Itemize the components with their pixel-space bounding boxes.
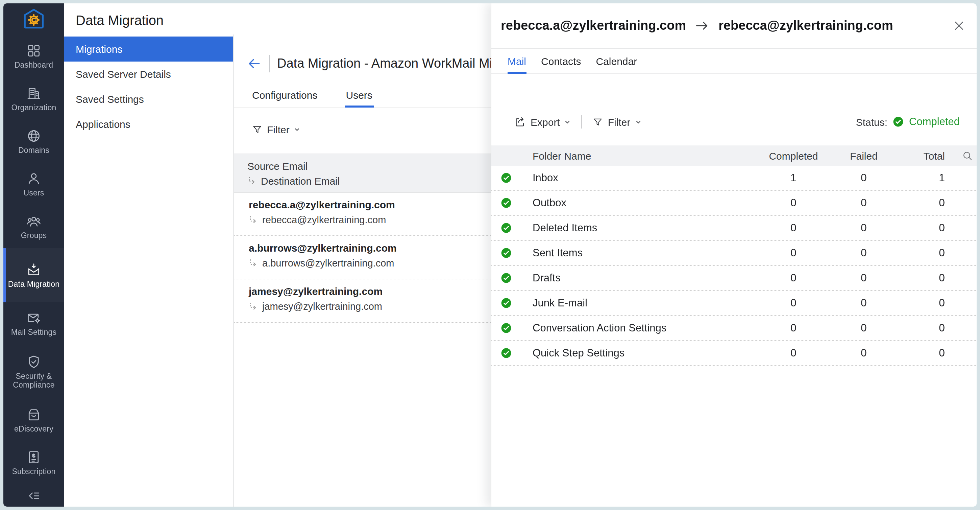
failed-count: 0 bbox=[829, 197, 899, 209]
folder-success-icon bbox=[501, 172, 514, 183]
folder-success-icon bbox=[501, 273, 514, 284]
user-migration-row[interactable]: jamesy@zylkertraining.com jamesy@zylkert… bbox=[234, 279, 491, 323]
tab-mail[interactable]: Mail bbox=[508, 49, 526, 73]
total-count: 0 bbox=[899, 222, 953, 234]
folder-search-button[interactable] bbox=[953, 150, 973, 161]
sidebar-item-domains[interactable]: Domains bbox=[3, 120, 64, 163]
overlay-title-destination: rebecca@zylkertraining.com bbox=[718, 18, 893, 33]
back-button[interactable] bbox=[247, 56, 262, 71]
sidebar-item-label: Subscription bbox=[10, 467, 58, 476]
chevron-down-icon bbox=[294, 126, 301, 132]
source-email: a.burrows@zylkertraining.com bbox=[249, 242, 491, 253]
collapse-menu-icon bbox=[26, 488, 41, 503]
nav-item-saved-settings[interactable]: Saved Settings bbox=[64, 86, 233, 112]
sidebar-item-dashboard[interactable]: Dashboard bbox=[3, 35, 64, 78]
tab-users[interactable]: Users bbox=[346, 83, 372, 107]
export-label: Export bbox=[531, 116, 560, 128]
sidebar-item-mail-settings[interactable]: Mail Settings bbox=[3, 302, 64, 345]
sidebar-item-label: Data Migration bbox=[6, 280, 62, 288]
folder-row: Outbox 0 0 0 bbox=[492, 191, 977, 216]
filter-funnel-icon bbox=[252, 124, 262, 135]
sidebar-item-ediscovery[interactable]: eDiscovery bbox=[3, 399, 64, 442]
sidebar-item-label: Users bbox=[21, 189, 46, 198]
sidebar-collapse-button[interactable] bbox=[3, 484, 64, 507]
arrow-right-icon bbox=[695, 19, 710, 32]
destination-arrow-icon bbox=[249, 302, 258, 311]
export-icon bbox=[514, 116, 526, 128]
sidebar-item-label: Domains bbox=[16, 146, 51, 155]
folder-filter-button[interactable]: Filter bbox=[593, 116, 641, 128]
status-value: Completed bbox=[909, 116, 960, 128]
chevron-down-icon bbox=[635, 119, 641, 125]
sidebar-item-organization[interactable]: Organization bbox=[3, 78, 64, 120]
folder-row: Inbox 1 0 1 bbox=[492, 166, 977, 191]
completed-count: 0 bbox=[758, 247, 829, 259]
close-button[interactable] bbox=[953, 20, 965, 32]
dashboard-icon bbox=[26, 43, 41, 58]
overlay-tabs: Mail Contacts Calendar bbox=[492, 49, 977, 74]
toolbar-divider bbox=[582, 115, 582, 129]
nav-item-applications[interactable]: Applications bbox=[64, 112, 233, 137]
folder-name: Quick Step Settings bbox=[533, 347, 758, 359]
migration-tabs: Configurations Users bbox=[234, 83, 491, 108]
groups-icon bbox=[26, 214, 41, 229]
folder-success-icon bbox=[501, 347, 514, 359]
folder-row: Deleted Items 0 0 0 bbox=[492, 216, 977, 241]
destination-arrow-icon bbox=[247, 177, 256, 185]
failed-count: 0 bbox=[829, 322, 899, 334]
folder-name: Inbox bbox=[533, 172, 758, 184]
user-migration-row[interactable]: rebecca.a@zylkertraining.com rebecca@zyl… bbox=[234, 193, 491, 236]
sidebar-item-users[interactable]: Users bbox=[3, 163, 64, 206]
close-icon bbox=[953, 20, 965, 32]
folder-name: Conversation Action Settings bbox=[533, 322, 758, 334]
source-email-header: Source Email bbox=[247, 160, 491, 172]
folder-name: Sent Items bbox=[533, 247, 758, 259]
nav-item-saved-server-details[interactable]: Saved Server Details bbox=[64, 62, 233, 86]
sidebar-item-subscription[interactable]: Subscription bbox=[3, 442, 64, 484]
completed-count: 0 bbox=[758, 197, 829, 209]
page-title: Data Migration bbox=[64, 3, 233, 29]
export-button[interactable]: Export bbox=[514, 116, 571, 128]
app-logo[interactable] bbox=[3, 3, 64, 35]
migration-detail-panel: Data Migration - Amazon WorkMail Mi Conf… bbox=[234, 3, 491, 507]
completed-count: 0 bbox=[758, 222, 829, 234]
zoho-mail-admin-logo-icon bbox=[21, 6, 47, 32]
folder-name: Drafts bbox=[533, 272, 758, 284]
destination-email: a.burrows@zylkertraining.com bbox=[262, 258, 394, 269]
total-count: 0 bbox=[899, 297, 953, 309]
sidebar-item-data-migration[interactable]: Data Migration bbox=[3, 248, 64, 302]
tab-contacts[interactable]: Contacts bbox=[541, 49, 581, 73]
folder-table-body: Inbox 1 0 1 Outbox 0 0 0 Delet bbox=[492, 166, 977, 366]
users-table-header: Source Email Destination Email bbox=[234, 153, 491, 193]
total-count: 0 bbox=[899, 197, 953, 209]
back-arrow-icon bbox=[247, 56, 262, 71]
data-migration-nav-panel: Data Migration Migrations Saved Server D… bbox=[64, 3, 233, 507]
ediscovery-icon bbox=[26, 407, 41, 422]
folder-name: Deleted Items bbox=[533, 222, 758, 234]
folder-row: Quick Step Settings 0 0 0 bbox=[492, 341, 977, 366]
sidebar-item-label: eDiscovery bbox=[12, 425, 56, 434]
overlay-title-source: rebecca.a@zylkertraining.com bbox=[501, 18, 686, 33]
total-count: 0 bbox=[899, 247, 953, 259]
column-completed: Completed bbox=[758, 150, 829, 161]
sidebar-item-label: Dashboard bbox=[13, 61, 55, 70]
user-migration-row[interactable]: a.burrows@zylkertraining.com a.burrows@z… bbox=[234, 236, 491, 279]
filter-label: Filter bbox=[267, 124, 290, 135]
total-count: 0 bbox=[899, 272, 953, 284]
failed-count: 0 bbox=[829, 247, 899, 259]
app-viewport: Dashboard Organization Domains bbox=[0, 0, 980, 510]
security-compliance-icon bbox=[26, 354, 41, 369]
nav-list: Migrations Saved Server Details Saved Se… bbox=[64, 37, 233, 137]
failed-count: 0 bbox=[829, 347, 899, 359]
sidebar-item-label: Groups bbox=[19, 231, 49, 240]
folder-name: Outbox bbox=[533, 197, 758, 209]
column-failed: Failed bbox=[829, 150, 899, 161]
tab-configurations[interactable]: Configurations bbox=[252, 83, 317, 107]
total-count: 0 bbox=[899, 347, 953, 359]
tab-calendar[interactable]: Calendar bbox=[596, 49, 637, 73]
nav-item-migrations[interactable]: Migrations bbox=[64, 37, 233, 62]
users-filter-button[interactable]: Filter bbox=[252, 121, 301, 138]
completed-count: 0 bbox=[758, 272, 829, 284]
sidebar-item-security-compliance[interactable]: Security & Compliance bbox=[3, 345, 64, 399]
sidebar-item-groups[interactable]: Groups bbox=[3, 206, 64, 248]
